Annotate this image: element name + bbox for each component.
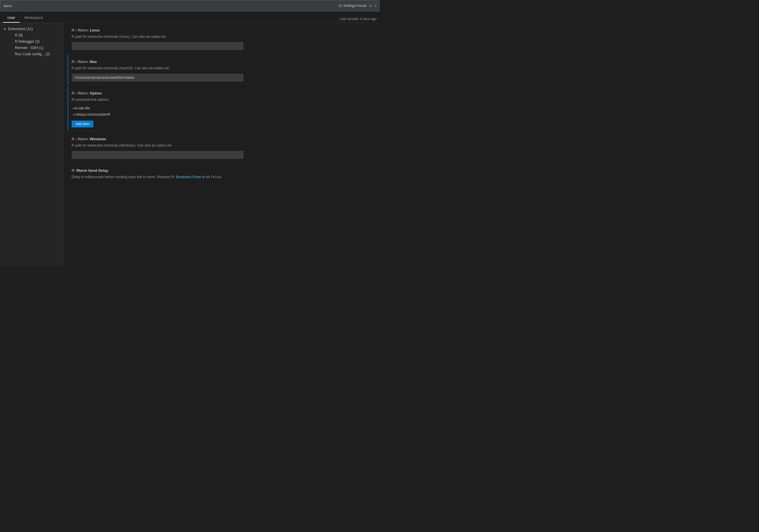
content-area: R › Rterm: Linux R path for interactive …: [63, 23, 380, 266]
search-bar: rterm 11 Settings Found ≡ ▿: [0, 0, 380, 12]
setting-key-mac: Mac: [90, 59, 97, 64]
tab-workspace[interactable]: Workspace: [20, 13, 48, 22]
list-item-0: --no-site-file: [72, 105, 371, 111]
desc-text-3: .: [221, 175, 222, 179]
bracketed-paste-link[interactable]: R: Bracketed Paste: [172, 175, 201, 179]
setting-desc-windows: R path for interactive terminals (Window…: [72, 143, 371, 148]
list-item-1: --r-binary=/usr/local/bin/R: [72, 111, 371, 118]
setting-desc-send-delay: Delay in milliseconds before sending eac…: [72, 174, 371, 180]
setting-prefix-windows: R › Rterm:: [72, 137, 90, 141]
sidebar-group-label: Extensions (11): [8, 27, 33, 31]
setting-rterm-option: R › Rterm: Option R command line options…: [67, 86, 371, 131]
setting-key-windows: Windows: [90, 137, 106, 141]
list-icon[interactable]: ≡: [369, 3, 372, 8]
main-layout: ▼ Extensions (11) R (6) R Debugger (2) R…: [0, 23, 380, 266]
desc-text-1: Delay in milliseconds before sending eac…: [72, 175, 172, 179]
chevron-down-icon: ▼: [3, 27, 6, 31]
search-meta: 11 Settings Found ≡ ▿: [338, 3, 376, 8]
setting-desc-linux: R path for interactive terminals (Linux)…: [72, 34, 371, 39]
sidebar-item-r[interactable]: R (6): [9, 32, 63, 38]
desc-text-2: to be: [201, 175, 211, 179]
sidebar-item-remote-ssh[interactable]: Remote - SSH (1): [9, 45, 63, 51]
sidebar: ▼ Extensions (11) R (6) R Debugger (2) R…: [0, 23, 63, 266]
filter-icon[interactable]: ▿: [374, 3, 376, 8]
setting-title-mac: R › Rterm: Mac: [72, 59, 371, 64]
setting-prefix-linux: R › Rterm:: [72, 28, 90, 32]
setting-prefix-option: R › Rterm:: [72, 91, 90, 95]
setting-key-option: Option: [90, 91, 102, 95]
setting-key-linux: Linux: [90, 28, 100, 32]
sidebar-group-extensions[interactable]: ▼ Extensions (11): [0, 26, 63, 32]
setting-title-linux: R › Rterm: Linux: [72, 28, 371, 32]
tab-user[interactable]: User: [3, 13, 20, 22]
setting-title-windows: R › Rterm: Windows: [72, 137, 371, 141]
list-item-value-1: --r-binary=/usr/local/bin/R: [72, 113, 110, 117]
setting-input-mac[interactable]: [72, 74, 243, 82]
search-input[interactable]: rterm: [3, 4, 338, 8]
setting-desc-option: R command line options.: [72, 97, 371, 102]
tabs-bar: User Workspace Last synced: 0 secs ago: [0, 12, 380, 23]
setting-rterm-linux: R › Rterm: Linux R path for interactive …: [72, 23, 371, 53]
setting-input-linux[interactable]: [72, 42, 243, 50]
setting-prefix-send-delay: R:: [72, 169, 76, 173]
setting-input-windows[interactable]: [72, 151, 243, 159]
tabs-left: User Workspace: [3, 13, 48, 22]
sidebar-item-run-code[interactable]: Run Code config... (2): [9, 51, 63, 57]
false-code-value: false: [211, 175, 221, 179]
setting-title-option: R › Rterm: Option: [72, 91, 371, 95]
sidebar-item-rdebugger[interactable]: R Debugger (2): [9, 38, 63, 45]
sync-status: Last synced: 0 secs ago: [340, 17, 380, 22]
list-item-value-0: --no-site-file: [72, 106, 90, 110]
setting-rterm-mac: R › Rterm: Mac R path for interactive te…: [67, 55, 371, 85]
sidebar-sub-items: R (6) R Debugger (2) Remote - SSH (1) Ru…: [0, 32, 63, 57]
results-count: 11 Settings Found: [338, 4, 366, 8]
setting-prefix-mac: R › Rterm:: [72, 59, 90, 64]
setting-rterm-send-delay: R: Rterm Send Delay Delay in millisecond…: [72, 163, 371, 186]
setting-key-send-delay: Rterm Send Delay: [76, 169, 108, 173]
setting-title-send-delay: R: Rterm Send Delay: [72, 169, 371, 173]
setting-rterm-windows: R › Rterm: Windows R path for interactiv…: [72, 132, 371, 162]
setting-desc-mac: R path for interactive terminals (macOS)…: [72, 65, 371, 71]
add-item-button[interactable]: Add Item: [72, 121, 93, 128]
